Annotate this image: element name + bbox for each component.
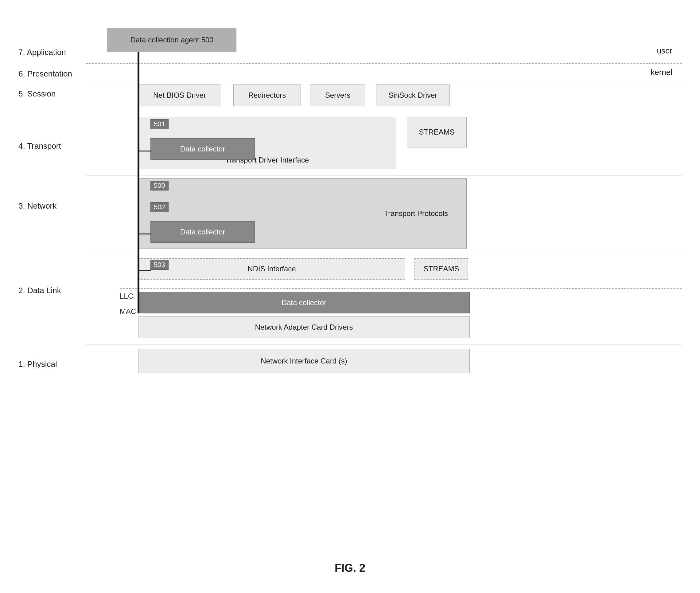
netbios-box: Net BIOS Driver	[138, 84, 221, 106]
mac-label: MAC	[120, 307, 136, 316]
redirectors-label: Redirectors	[248, 91, 286, 100]
llc-label: LLC	[120, 292, 133, 301]
streams-ndis-label: STREAMS	[423, 265, 459, 273]
divider-datalink-physical	[86, 344, 682, 345]
connector-tdi	[138, 151, 151, 152]
badge-500: 500	[150, 181, 169, 191]
layer-physical: 1. Physical	[18, 359, 57, 369]
connector-ndis	[138, 270, 151, 271]
data-collector-503-label: Data collector	[281, 298, 327, 307]
data-collector-502-box: Data collector	[150, 221, 255, 243]
layer-transport: 4. Transport	[18, 141, 61, 151]
badge-502-label: 502	[154, 203, 165, 211]
network-adapter-label: Network Adapter Card Drivers	[255, 323, 353, 331]
data-collector-503-box: Data collector	[138, 292, 470, 313]
data-collector-501-box: Data collector	[150, 138, 255, 160]
agent-line	[137, 52, 139, 313]
data-collector-502-label: Data collector	[180, 228, 225, 236]
badge-503: 503	[150, 260, 169, 270]
badge-502: 502	[150, 202, 169, 212]
divider-presentation-session	[86, 83, 682, 83]
streams-transport-label: STREAMS	[419, 128, 454, 136]
layer-presentation: 6. Presentation	[18, 69, 72, 79]
diagram: 7. Application user Data collection agen…	[18, 18, 682, 556]
redirectors-box: Redirectors	[233, 84, 301, 106]
layer-network: 3. Network	[18, 201, 56, 211]
layer-session: 5. Session	[18, 89, 55, 98]
ndis-label: NDIS Interface	[248, 265, 296, 273]
data-collector-501-label: Data collector	[180, 145, 225, 153]
ndis-box: NDIS Interface	[138, 258, 405, 280]
sinsock-box: SinSock Driver	[376, 84, 450, 106]
divider-session-transport	[86, 114, 682, 114]
side-user: user	[657, 46, 672, 55]
badge-503-label: 503	[154, 261, 165, 269]
badge-501: 501	[150, 119, 169, 129]
llc-line	[120, 288, 682, 289]
layer-application: 7. Application	[18, 48, 66, 57]
servers-label: Servers	[325, 91, 351, 100]
figure-caption: FIG. 2	[335, 562, 365, 575]
divider-transport-network	[86, 175, 682, 175]
connector-network	[138, 234, 151, 234]
transport-protocols-label: Transport Protocols	[384, 209, 448, 218]
layer-datalink: 2. Data Link	[18, 286, 61, 295]
divider-user-kernel	[86, 63, 682, 64]
streams-transport-box: STREAMS	[407, 117, 467, 148]
nic-label: Network Interface Card (s)	[261, 357, 347, 365]
badge-500-label: 500	[154, 182, 165, 189]
sinsock-label: SinSock Driver	[389, 91, 437, 100]
data-collection-agent-label: Data collection agent 500	[130, 36, 214, 44]
netbios-label: Net BIOS Driver	[153, 91, 206, 100]
servers-box: Servers	[310, 84, 365, 106]
data-collection-agent-box: Data collection agent 500	[107, 28, 236, 52]
divider-network-datalink	[86, 255, 682, 255]
streams-ndis-box: STREAMS	[414, 258, 468, 280]
nic-box: Network Interface Card (s)	[138, 349, 470, 373]
network-adapter-box: Network Adapter Card Drivers	[138, 316, 470, 338]
badge-501-label: 501	[154, 120, 165, 128]
side-kernel: kernel	[651, 68, 672, 77]
